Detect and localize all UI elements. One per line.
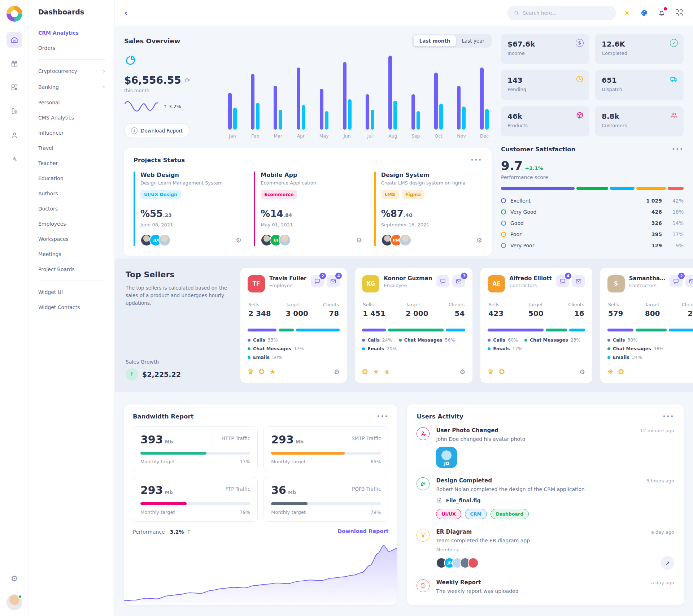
search-box[interactable] [507, 6, 616, 20]
user-avatar[interactable] [6, 594, 22, 610]
gear-icon[interactable]: ⚙ [579, 368, 585, 376]
bar [256, 103, 260, 130]
download-report-link[interactable]: Download Report [337, 528, 388, 535]
gear-icon[interactable]: ⚙ [236, 237, 241, 244]
notifications-button[interactable] [657, 8, 666, 18]
sales-growth-label: Sales Growth [126, 359, 231, 365]
mail-button[interactable] [685, 275, 693, 287]
attached-file[interactable]: File_final.fig [436, 497, 674, 504]
chat-button[interactable]: 2 [311, 275, 324, 287]
main-area: ‹ ☀ [115, 0, 693, 616]
month-label: Jan [229, 133, 236, 139]
gear-icon[interactable]: ⚙ [459, 368, 465, 376]
bottom-section: Bandwidth Report ••• 393Mb HTTP Traffic … [124, 404, 684, 605]
sidebar-item-influencer[interactable]: Influencer [38, 125, 105, 140]
rail-item-widgets[interactable] [6, 79, 22, 95]
sidebar-item-orders[interactable]: Orders [38, 40, 105, 56]
chat-button[interactable]: 2 [670, 275, 683, 287]
chat-button[interactable]: 4 [556, 275, 569, 287]
bar [274, 86, 277, 130]
sidebar-item-workspaces[interactable]: Workspaces [38, 231, 105, 247]
project-mobile-app: Mobile App Ecommerce Application Ecommer… [254, 172, 362, 246]
tag-uiux[interactable]: UI/UX [436, 509, 461, 519]
sidebar-item-crm-analytics[interactable]: CRM Analytics [38, 25, 105, 40]
satisfaction-segmented-bar [501, 187, 684, 190]
sidebar-item-education[interactable]: Education [38, 171, 105, 186]
section-description: The top sellers is calculated based on t… [126, 284, 231, 307]
bandwidth-area-chart [124, 540, 397, 605]
sidebar-item-authors[interactable]: Authors [38, 186, 105, 201]
bar [279, 110, 282, 130]
more-menu-icon[interactable]: ••• [672, 146, 684, 153]
bar [228, 93, 232, 130]
more-menu-icon[interactable]: ••• [377, 413, 389, 420]
stat-completed: 12.6K Completed ✓ [595, 34, 684, 64]
mail-button[interactable]: 4 [327, 275, 340, 287]
activity-tags: UI/UX CRM Dashboard [436, 509, 674, 519]
online-status-dot [18, 595, 22, 599]
rail-item-settings[interactable]: ⚙ [6, 571, 22, 586]
search-icon [514, 10, 519, 16]
sidebar-item-travel[interactable]: Travel [38, 140, 105, 156]
project-tag: UI/UX Design [140, 190, 181, 199]
sidebar-item-cms-analytics[interactable]: CMS Analytics [38, 110, 105, 125]
chat-button[interactable] [436, 275, 449, 287]
sidebar-item-widget-ui[interactable]: Widget UI [38, 285, 105, 300]
sidebar-item-teacher[interactable]: Teacher [38, 156, 105, 171]
seller-card-samantha: S Samantha… Contractors 2 [600, 268, 693, 383]
mail-button[interactable]: 3 [452, 275, 465, 287]
rail-item-home[interactable] [6, 32, 22, 48]
sidebar-item-cryptocurrency[interactable]: Cryptocurrency› [38, 63, 105, 79]
toggle-last-month[interactable]: Last month [414, 35, 456, 46]
open-link-button[interactable]: ↗ [661, 556, 674, 570]
activity-legend: Calls33% Chat Messages17% Emails50% [248, 337, 340, 360]
mail-button[interactable] [572, 275, 585, 287]
rail-item-gifts[interactable] [6, 56, 22, 71]
appearance-button[interactable] [640, 8, 649, 18]
activity-legend: Calls60% Chat Messages23% Emails17% [488, 337, 585, 351]
sidebar-item-banking[interactable]: Banking› [38, 79, 105, 95]
progress-track [271, 452, 381, 455]
sidebar-item-personal[interactable]: Personal [38, 95, 105, 110]
notification-dot [664, 7, 667, 10]
more-menu-icon[interactable]: ••• [470, 157, 482, 164]
chat-icon [314, 278, 321, 285]
members-row: JD ↗ [436, 556, 674, 570]
avatar: AE [488, 275, 505, 292]
more-menu-icon[interactable]: ••• [662, 413, 674, 420]
apps-menu-button[interactable] [674, 8, 684, 18]
rail-item-swatches[interactable] [6, 103, 22, 119]
search-input[interactable] [523, 10, 610, 16]
activity-split-bar [488, 329, 585, 331]
project-tag: Ecommerce [261, 190, 297, 199]
refresh-icon[interactable]: ⟳ [185, 77, 190, 84]
sidebar-item-widget-contacts[interactable]: Widget Contacts [38, 300, 105, 315]
sidebar-item-doctors[interactable]: Doctors [38, 201, 105, 216]
gear-icon[interactable]: ⚙ [356, 237, 362, 244]
stats-grid: $67.6k Income $ 12.6K Completed ✓ 143 Pe… [501, 34, 684, 136]
bar [393, 101, 397, 130]
sidebar-item-employees[interactable]: Employees [38, 216, 105, 231]
activity-er-diagram: ER Diagrama day ago Team completed the E… [417, 529, 674, 579]
activity-user-photo-changed: User Photo Changed12 minute ago John Doe… [417, 427, 674, 477]
download-report-button[interactable]: ↓ Download Report [124, 123, 189, 138]
mail-badge: 3 [461, 273, 467, 279]
rail-item-cloud[interactable] [6, 151, 22, 167]
gear-icon[interactable]: ⚙ [334, 368, 340, 376]
gear-icon[interactable]: ⚙ [476, 237, 482, 244]
app-logo[interactable] [6, 6, 22, 22]
emails-dot [607, 356, 610, 359]
stat-dispatch: 651 Dispatch [595, 70, 684, 100]
sidebar-item-meetings[interactable]: Meetings [38, 247, 105, 262]
check-badge-icon: ✓ [670, 39, 678, 47]
rail-item-profile[interactable] [6, 127, 22, 143]
sidebar-item-project-boards[interactable]: Project Boards [38, 262, 105, 277]
tag-dashboard[interactable]: Dashboard [491, 509, 529, 519]
seller-name: Alfredo Elliott [509, 275, 552, 282]
tag-crm[interactable]: CRM [465, 509, 487, 519]
back-button[interactable]: ‹ [124, 9, 127, 17]
toggle-last-year[interactable]: Last year [456, 35, 490, 46]
mail-icon [330, 278, 336, 285]
theme-toggle-button[interactable]: ☀ [622, 8, 632, 18]
sales-overview-header: Sales Overview Last month Last year [124, 34, 492, 48]
